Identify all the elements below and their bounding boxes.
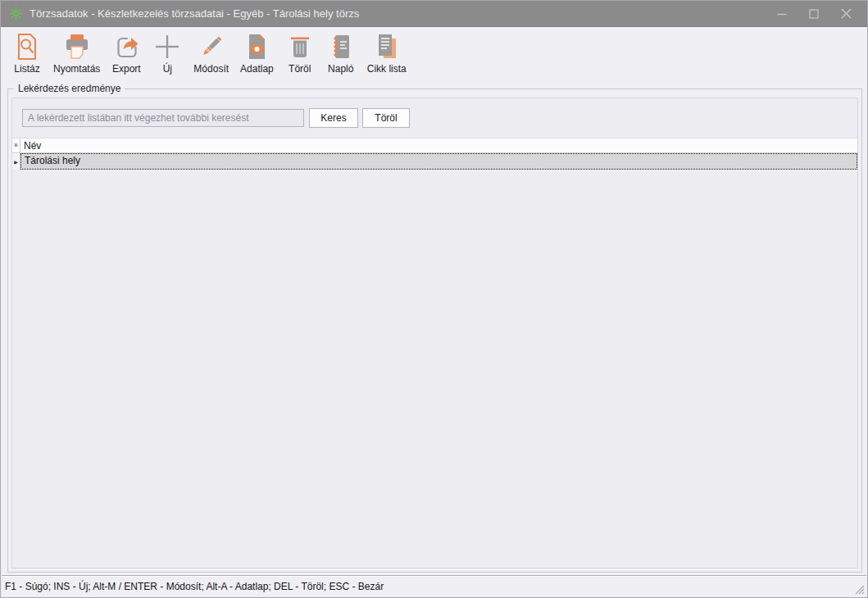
- status-bar-text: F1 - Súgó; INS - Új; Alt-M / ENTER - Mód…: [5, 581, 384, 592]
- toolbar-button-listaz[interactable]: Listáz: [7, 28, 48, 75]
- toolbar-label: Listáz: [14, 63, 39, 75]
- toolbar-label: Új: [163, 63, 172, 75]
- export-arrow-icon: [111, 31, 141, 62]
- current-row-arrow-icon: ▶: [14, 159, 18, 165]
- table-header-row: ✳ Név: [12, 138, 857, 153]
- maximize-button[interactable]: [806, 7, 822, 21]
- app-icon: [9, 7, 23, 20]
- maximize-icon: [809, 9, 819, 19]
- toolbar-label: Módosít: [193, 63, 229, 75]
- toolbar-button-cikk-lista[interactable]: Cikk lista: [361, 28, 412, 75]
- toolbar-label: Cikk lista: [367, 63, 407, 75]
- titlebar: Törzsadatok - Készletkezelés törzsadatai…: [1, 1, 867, 27]
- printer-icon: [62, 31, 92, 62]
- row-selector-header: ✳: [12, 138, 20, 152]
- trash-icon: [285, 31, 315, 62]
- results-table: ✳ Név ▶ Tárolási hely: [12, 138, 857, 170]
- toolbar-label: Export: [112, 63, 141, 75]
- close-button[interactable]: [838, 7, 854, 21]
- toolbar-button-adatlap[interactable]: Adatlap: [234, 28, 279, 75]
- window-controls: [774, 7, 859, 21]
- toolbar-label: Nyomtatás: [53, 63, 100, 75]
- query-results-panel: Keres Töröl ✳ Név ▶ Tárolási hely: [11, 97, 858, 569]
- minimize-button[interactable]: [774, 7, 790, 21]
- asterisk-icon: ✳: [13, 142, 19, 149]
- pencil-icon: [197, 31, 226, 62]
- document-eye-icon: [242, 31, 271, 62]
- toolbar-button-torol[interactable]: Töröl: [279, 28, 320, 75]
- torol-search-button[interactable]: Töröl: [362, 108, 410, 128]
- row-marker-cell: ▶: [12, 153, 20, 170]
- plus-icon: [152, 31, 182, 62]
- query-results-groupbox: Lekérdezés eredménye Keres Töröl ✳ Név ▶…: [7, 88, 862, 573]
- groupbox-label: Lekérdezés eredménye: [14, 83, 125, 95]
- column-header-nev[interactable]: Név: [20, 138, 857, 152]
- toolbar-button-export[interactable]: Export: [106, 28, 147, 75]
- document-list-icon: [372, 31, 402, 62]
- search-document-icon: [12, 31, 42, 62]
- toolbar-button-nyomtatas[interactable]: Nyomtatás: [48, 28, 106, 75]
- toolbar-button-uj[interactable]: Új: [147, 28, 188, 75]
- minimize-icon: [777, 9, 787, 19]
- keres-button[interactable]: Keres: [309, 108, 358, 128]
- status-bar: F1 - Súgó; INS - Új; Alt-M / ENTER - Mód…: [2, 575, 866, 596]
- table-cell-nev[interactable]: Tárolási hely: [20, 153, 857, 170]
- toolbar-label: Adatlap: [240, 63, 274, 75]
- toolbar-label: Töröl: [289, 63, 311, 75]
- window-title: Törzsadatok - Készletkezelés törzsadatai…: [30, 7, 359, 20]
- journal-icon: [326, 31, 356, 62]
- toolbar: Listáz Nyomtatás Export: [7, 28, 861, 80]
- close-icon: [841, 8, 852, 19]
- search-input[interactable]: [22, 109, 304, 127]
- resize-grip[interactable]: [853, 583, 865, 595]
- app-window: Törzsadatok - Készletkezelés törzsadatai…: [0, 0, 868, 598]
- table-row[interactable]: ▶ Tárolási hely: [12, 153, 857, 170]
- toolbar-label: Napló: [328, 63, 353, 75]
- toolbar-button-modosit[interactable]: Módosít: [188, 28, 234, 75]
- toolbar-button-naplo[interactable]: Napló: [320, 28, 361, 75]
